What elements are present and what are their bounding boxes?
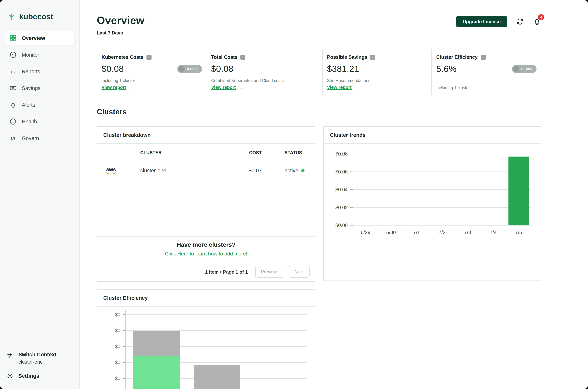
sidebar-item-label: Savings	[22, 85, 40, 91]
column-status: STATUS	[262, 150, 315, 155]
grid-icon	[9, 34, 17, 41]
add-clusters-prompt: Have more clusters? Click Here to learn …	[97, 236, 315, 262]
pagination: 1 item • Page 1 of 1 Previous Next	[97, 262, 315, 281]
view-report-link[interactable]: View report→	[102, 85, 202, 90]
sidebar-item-monitor[interactable]: Monitor	[5, 48, 74, 61]
swap-arrows-icon	[6, 352, 13, 359]
table-row[interactable]: aws cluster-one $0.07 active	[97, 162, 315, 179]
svg-text:$0: $0	[115, 360, 120, 365]
info-icon[interactable]: i	[240, 55, 245, 60]
gauge-icon	[9, 51, 17, 58]
info-icon[interactable]: i	[480, 55, 486, 60]
pagination-summary: 1 item • Page 1 of 1	[205, 269, 248, 275]
svg-text:$0.08: $0.08	[335, 151, 348, 157]
column-cluster: CLUSTER	[140, 150, 218, 155]
current-context: cluster-one	[19, 359, 56, 365]
cluster-breakdown-panel: Cluster breakdown CLUSTER COST STATUS aw…	[97, 126, 315, 282]
svg-text:7/3: 7/3	[464, 230, 471, 235]
svg-text:$0.06: $0.06	[335, 169, 348, 175]
stat-title: Kubernetes Costs	[102, 54, 143, 60]
sidebar-item-label: Health	[22, 119, 37, 124]
gear-icon	[6, 373, 13, 380]
add-clusters-link[interactable]: Click Here to learn how to add more!	[97, 251, 315, 257]
sidebar: kubecost Overview Monitor	[0, 0, 80, 389]
stat-title: Possible Savings	[327, 54, 367, 60]
arrow-right-icon: →	[129, 85, 133, 90]
sidebar-item-govern[interactable]: Govern	[5, 131, 74, 145]
table-header: CLUSTER COST STATUS	[97, 144, 315, 162]
svg-text:6/29: 6/29	[361, 230, 370, 235]
date-range-label: Last 7 Days	[97, 30, 144, 35]
svg-text:$0: $0	[115, 328, 120, 333]
stat-subtitle: Including 1 cluster	[436, 86, 536, 90]
panel-title: Cluster trends	[324, 127, 541, 144]
sidebar-item-reports[interactable]: Reports	[5, 65, 74, 78]
trend-badge: ↓0.00%	[512, 65, 536, 73]
sidebar-nav: Overview Monitor Reports	[5, 31, 74, 145]
brand-name: kubecost	[19, 12, 53, 21]
next-page-button[interactable]: Next	[289, 266, 309, 278]
stat-subtitle: Including 1 cluster	[102, 78, 202, 83]
stat-card-possible-savings: Possible Savings i $381.21 See Recommend…	[323, 49, 432, 95]
svg-text:$0: $0	[115, 376, 120, 381]
settings-button[interactable]: Settings	[6, 372, 73, 380]
page-header: Overview Last 7 Days Upgrade License	[97, 0, 541, 35]
aws-logo: aws	[104, 166, 117, 175]
svg-text:7/1: 7/1	[413, 230, 420, 235]
stat-card-total-costs: Total Costs i $0.08 Combined Kubernetes …	[207, 49, 323, 95]
sidebar-bottom: Switch Context cluster-one Settings	[5, 352, 74, 389]
main-content: Overview Last 7 Days Upgrade License	[80, 0, 588, 389]
refresh-button[interactable]	[516, 17, 524, 26]
stat-subtitle: See Recommendations	[327, 78, 427, 83]
aws-smile-icon	[106, 172, 116, 175]
sidebar-item-alerts[interactable]: Alerts	[5, 98, 74, 111]
alert-circle-icon	[9, 118, 17, 125]
svg-text:$0: $0	[115, 312, 120, 317]
cluster-efficiency-chart: $0$0$0$0$0$0	[97, 307, 315, 389]
svg-text:7/2: 7/2	[439, 230, 446, 235]
sidebar-item-label: Govern	[22, 135, 39, 141]
arrow-right-icon: →	[354, 85, 359, 90]
stat-subtitle: Combined Kubernetes and Cloud costs	[211, 78, 318, 83]
previous-page-button[interactable]: Previous	[255, 266, 284, 278]
bar-chart-icon	[9, 68, 17, 75]
govern-icon	[9, 134, 17, 142]
cluster-cost: $0.07	[218, 168, 262, 173]
svg-text:$0: $0	[115, 344, 120, 349]
cluster-efficiency-panel: Cluster Efficiency $0$0$0$0$0$0	[97, 289, 315, 389]
view-report-link[interactable]: View report→	[327, 85, 427, 90]
info-icon[interactable]: i	[146, 55, 151, 60]
sidebar-item-label: Reports	[22, 68, 40, 74]
stat-cards: Kubernetes Costs i $0.08 ↓0.00% Includin…	[97, 49, 541, 95]
stat-value: $381.21	[327, 64, 359, 74]
info-icon[interactable]: i	[370, 55, 375, 60]
kubecost-logo[interactable]: kubecost	[5, 0, 74, 31]
clusters-heading: Clusters	[97, 107, 541, 116]
cluster-trends-chart: $0.00$0.02$0.04$0.06$0.086/296/307/17/27…	[324, 144, 541, 253]
notification-count-badge: 4	[538, 14, 544, 20]
stat-value: 5.6%	[436, 64, 457, 74]
sidebar-item-label: Monitor	[22, 52, 39, 58]
sidebar-item-overview[interactable]: Overview	[5, 31, 74, 45]
arrow-down-icon: ↓	[513, 66, 519, 72]
arrow-down-icon: ↓	[179, 66, 185, 72]
sidebar-item-label: Overview	[22, 35, 45, 41]
page-title: Overview	[97, 15, 144, 27]
kubecost-app: kubecost Overview Monitor	[0, 0, 588, 389]
switch-context-button[interactable]: Switch Context cluster-one	[6, 352, 73, 365]
cluster-status: active	[262, 168, 315, 173]
header-actions: Upgrade License 4	[456, 16, 541, 27]
svg-text:7/5: 7/5	[515, 230, 522, 235]
sidebar-item-health[interactable]: Health	[5, 115, 74, 128]
upgrade-license-button[interactable]: Upgrade License	[456, 16, 507, 27]
stat-title: Total Costs	[211, 54, 237, 60]
svg-text:$0.00: $0.00	[335, 223, 348, 228]
notifications-button[interactable]: 4	[533, 17, 541, 26]
stat-value: $0.08	[102, 64, 124, 74]
svg-text:$0.02: $0.02	[335, 205, 348, 210]
svg-text:$0.04: $0.04	[335, 187, 348, 192]
view-report-link[interactable]: View report→	[211, 85, 318, 90]
column-cost: COST	[218, 150, 262, 155]
cash-icon	[9, 84, 17, 92]
sidebar-item-savings[interactable]: Savings	[5, 81, 74, 95]
